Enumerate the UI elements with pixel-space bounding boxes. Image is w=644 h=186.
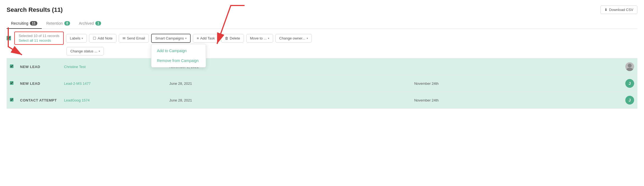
tab-archived-badge: 1 — [95, 21, 101, 26]
note-icon: ☐ — [93, 36, 96, 40]
selection-info-box: Selected 10 of 11 records Select all 11 … — [14, 32, 64, 45]
labels-chevron-icon: ▾ — [82, 37, 83, 40]
delete-button[interactable]: 🗑 Delete — [221, 34, 244, 43]
smart-campaigns-button[interactable]: Smart Campaigns ▾ — [151, 34, 191, 43]
select-all-checkbox[interactable] — [7, 36, 11, 40]
download-label: Download CSV — [609, 8, 633, 12]
send-email-button[interactable]: ✉ Send Email — [119, 34, 149, 43]
row-name[interactable]: Christine Test — [61, 58, 121, 75]
svg-point-2 — [628, 64, 632, 67]
tab-recruiting[interactable]: Recruiting 11 — [7, 18, 42, 29]
tab-archived-label: Archived — [79, 21, 94, 26]
add-to-campaign-item[interactable]: Add to Campaign — [151, 46, 206, 56]
row-status: NEW LEAD — [17, 75, 61, 92]
avatar: J — [625, 79, 634, 88]
selection-count: Selected 10 of 11 records — [19, 34, 59, 38]
row-name[interactable]: LeadGoog 1574 — [61, 92, 121, 109]
row-date1: June 28, 2021 — [166, 92, 411, 109]
row-checkbox-cell[interactable] — [7, 92, 17, 109]
add-note-label: Add Note — [98, 36, 112, 40]
tab-retention-badge: 0 — [64, 21, 70, 26]
toolbar-bottom: Change status ... ▾ — [7, 47, 637, 55]
row-avatar: J — [622, 92, 637, 109]
move-to-button[interactable]: Move to ... ▾ — [246, 34, 273, 43]
smart-campaigns-label: Smart Campaigns — [155, 36, 184, 40]
move-to-chevron-icon: ▾ — [268, 37, 269, 40]
change-owner-label: Change owner... — [279, 36, 305, 40]
table-row: NEW LEADLead-2-MS 1477June 28, 2021Novem… — [7, 75, 637, 92]
row-date1: June 28, 2021 — [166, 75, 411, 92]
move-to-label: Move to ... — [250, 36, 267, 40]
change-status-label: Change status ... — [70, 49, 97, 53]
download-icon: ⬇ — [604, 8, 607, 12]
change-owner-chevron-icon: ▾ — [307, 37, 308, 40]
smart-campaigns-dropdown-wrapper[interactable]: Smart Campaigns ▾ Add to Campaign Remove… — [151, 34, 191, 43]
row-checkbox[interactable] — [10, 64, 13, 68]
tab-recruiting-badge: 11 — [30, 21, 37, 26]
row-spacer — [121, 75, 166, 92]
change-status-button[interactable]: Change status ... ▾ — [66, 47, 104, 55]
change-status-chevron-icon: ▾ — [99, 50, 100, 53]
add-task-button[interactable]: ≡ Add Task — [193, 34, 219, 43]
row-spacer — [121, 92, 166, 109]
smart-campaigns-chevron-icon: ▾ — [185, 37, 187, 40]
task-icon: ≡ — [197, 36, 199, 40]
row-date2 — [411, 58, 622, 75]
select-all-link[interactable]: Select all 11 records — [19, 38, 59, 43]
row-date2: November 24th — [411, 92, 622, 109]
table-row: CONTACT ATTEMPTLeadGoog 1574June 28, 202… — [7, 92, 637, 109]
row-status: CONTACT ATTEMPT — [17, 92, 61, 109]
row-avatar: J — [622, 75, 637, 92]
row-checkbox-cell[interactable] — [7, 58, 17, 75]
page-title: Search Results (11) — [7, 6, 63, 13]
row-name[interactable]: Lead-2-MS 1477 — [61, 75, 121, 92]
svg-point-3 — [626, 68, 633, 71]
email-icon: ✉ — [123, 36, 126, 40]
tab-retention[interactable]: Retention 0 — [42, 18, 74, 29]
row-checkbox[interactable] — [10, 98, 13, 102]
send-email-label: Send Email — [127, 36, 145, 40]
labels-button[interactable]: Labels ▾ — [66, 34, 87, 43]
tab-archived[interactable]: Archived 1 — [74, 18, 106, 29]
row-checkbox[interactable] — [10, 81, 13, 85]
remove-from-campaign-item[interactable]: Remove from Campaign — [151, 56, 206, 66]
add-task-label: Add Task — [200, 36, 215, 40]
row-avatar — [622, 58, 637, 75]
smart-campaigns-menu: Add to Campaign Remove from Campaign — [151, 44, 206, 67]
add-note-button[interactable]: ☐ Add Note — [89, 34, 116, 43]
labels-label: Labels — [70, 36, 80, 40]
avatar — [625, 62, 634, 71]
tab-recruiting-label: Recruiting — [11, 21, 28, 26]
row-checkbox-cell[interactable] — [7, 75, 17, 92]
avatar: J — [625, 96, 634, 105]
tab-retention-label: Retention — [46, 21, 63, 26]
results-table: NEW LEADChristine TestNovember 2, 2021NE… — [7, 58, 637, 109]
table-row: NEW LEADChristine TestNovember 2, 2021 — [7, 58, 637, 75]
delete-label: Delete — [230, 36, 240, 40]
select-checkbox-area[interactable] — [7, 36, 11, 40]
row-status: NEW LEAD — [17, 58, 61, 75]
tabs-bar: Recruiting 11 Retention 0 Archived 1 — [7, 18, 637, 29]
row-date2: November 24th — [411, 75, 622, 92]
change-owner-button[interactable]: Change owner... ▾ — [275, 34, 312, 43]
download-csv-button[interactable]: ⬇ Download CSV — [600, 5, 637, 14]
delete-icon: 🗑 — [225, 36, 228, 40]
